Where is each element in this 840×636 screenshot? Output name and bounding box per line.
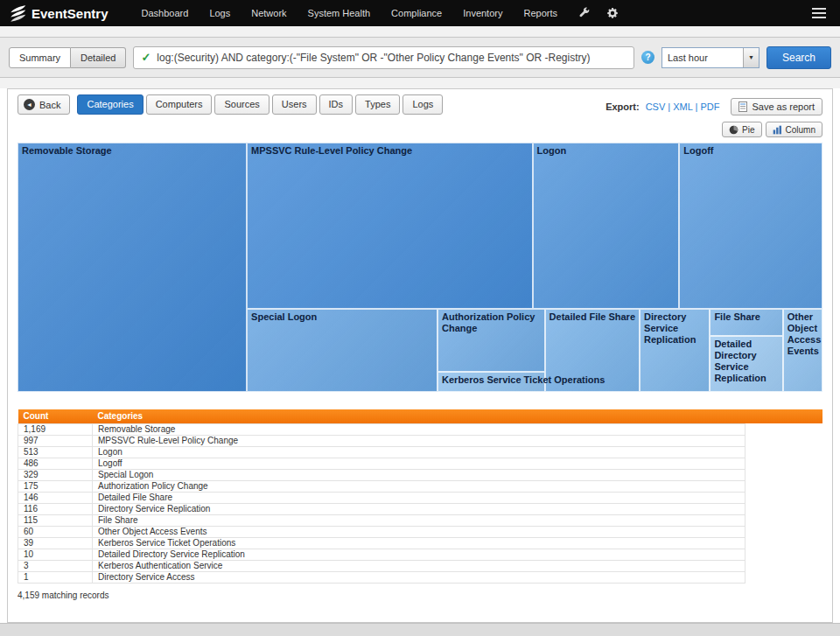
chart-type-buttons: Pie Column (18, 122, 822, 137)
tab-users[interactable]: Users (272, 94, 317, 115)
column-chart-button[interactable]: Column (766, 122, 822, 137)
cell-category: File Share (93, 514, 746, 526)
eventsentry-brand[interactable]: EventSentry (9, 4, 108, 23)
table-row[interactable]: 146Detailed File Share (18, 492, 822, 503)
treemap-tile-logoff[interactable]: Logoff (679, 143, 822, 309)
results-panel: ◄ Back CategoriesComputersSourcesUsersID… (7, 88, 833, 623)
cell-category: Authorization Policy Change (93, 480, 746, 492)
cell-category: Removable Storage (93, 423, 746, 435)
table-row[interactable]: 115File Share (18, 514, 822, 526)
save-as-report-label: Save as report (752, 101, 815, 112)
tab-computers[interactable]: Computers (146, 94, 213, 115)
tab-ids[interactable]: IDs (319, 94, 354, 115)
export-area: Export: CSV | XML | PDF Save as report (606, 98, 822, 115)
table-row[interactable]: 10Detailed Directory Service Replication (18, 549, 822, 560)
nav-item-dashboard[interactable]: Dashboard (131, 0, 200, 26)
export-links: CSV | XML | PDF (646, 101, 720, 112)
treemap-tile-removable-storage[interactable]: Removable Storage (18, 143, 247, 392)
treemap-tile-file-share[interactable]: File Share (710, 309, 782, 336)
treemap-tile-label: MPSSVC Rule-Level Policy Change (248, 143, 531, 158)
treemap-tile-label: Detailed File Share (546, 310, 639, 325)
treemap-tile-label: Authorization Policy Change (438, 310, 544, 336)
search-button[interactable]: Search (766, 46, 831, 69)
nav-item-logs[interactable]: Logs (199, 0, 241, 26)
menu-icon[interactable] (807, 4, 831, 22)
export-link-pdf[interactable]: PDF (700, 101, 719, 112)
search-query-input[interactable] (157, 52, 626, 64)
cell-empty (746, 469, 822, 480)
cell-empty (746, 571, 822, 583)
treemap-tile-directory-service-replication[interactable]: Directory Service Replication (640, 309, 710, 392)
cell-empty (746, 446, 822, 458)
cell-category: Detailed File Share (93, 492, 746, 503)
summary-button[interactable]: Summary (9, 47, 71, 68)
export-label: Export: (606, 101, 640, 112)
back-arrow-icon: ◄ (24, 99, 35, 110)
treemap-tile-special-logon[interactable]: Special Logon (247, 309, 438, 392)
time-range-value: Last hour (662, 52, 743, 63)
table-row[interactable]: 3Kerberos Authentication Service (18, 560, 822, 571)
tab-logs[interactable]: Logs (402, 94, 443, 115)
table-row[interactable]: 486Logoff (18, 458, 822, 469)
table-row[interactable]: 1,169Removable Storage (18, 423, 822, 435)
nav-item-reports[interactable]: Reports (513, 0, 568, 26)
treemap-tile-label: Special Logon (248, 310, 437, 325)
treemap-tile-kerberos-service-ticket-operations[interactable]: Kerberos Service Ticket Operations (438, 372, 545, 392)
nav-item-inventory[interactable]: Inventory (452, 0, 513, 26)
cell-empty (746, 503, 822, 514)
table-row[interactable]: 997MPSSVC Rule-Level Policy Change (18, 435, 822, 446)
table-row[interactable]: 329Special Logon (18, 469, 822, 480)
gear-icon[interactable] (606, 7, 619, 19)
header-count: Count (18, 409, 93, 423)
treemap-tile-label: Logoff (680, 143, 822, 158)
spacer-band-top (0, 26, 840, 37)
treemap-tile-label: Removable Storage (18, 143, 246, 158)
table-row[interactable]: 116Directory Service Replication (18, 503, 822, 514)
pie-chart-button[interactable]: Pie (722, 122, 761, 137)
export-link-separator: | (665, 101, 673, 112)
nav-item-system-health[interactable]: System Health (298, 0, 382, 26)
chevron-down-icon: ▼ (743, 48, 759, 67)
nav-item-compliance[interactable]: Compliance (381, 0, 452, 26)
table-row[interactable]: 39Kerberos Service Ticket Operations (18, 537, 822, 549)
cell-empty (746, 435, 822, 446)
treemap: Removable StorageMPSSVC Rule-Level Polic… (18, 143, 822, 392)
tab-types[interactable]: Types (355, 94, 400, 115)
cell-count: 1 (18, 571, 93, 583)
cell-empty (746, 480, 822, 492)
search-panel: Summary Detailed ✓ ? Last hour ▼ Search (0, 37, 840, 78)
tab-categories[interactable]: Categories (77, 94, 143, 115)
cell-category: Logoff (93, 458, 746, 469)
cell-category: Kerberos Authentication Service (93, 560, 746, 571)
help-icon[interactable]: ? (641, 51, 654, 64)
view-tabs: CategoriesComputersSourcesUsersIDsTypesL… (77, 94, 443, 115)
cell-count: 997 (18, 435, 93, 446)
tab-sources[interactable]: Sources (214, 94, 269, 115)
table-row[interactable]: 513Logon (18, 446, 822, 458)
header-empty (746, 409, 822, 423)
table-row[interactable]: 60Other Object Access Events (18, 526, 822, 537)
table-row[interactable]: 175Authorization Policy Change (18, 480, 822, 492)
export-link-xml[interactable]: XML (673, 101, 692, 112)
treemap-tile-authorization-policy-change[interactable]: Authorization Policy Change (438, 309, 545, 372)
pie-chart-icon (729, 125, 738, 135)
cell-count: 10 (18, 549, 93, 560)
treemap-tile-label: File Share (710, 310, 781, 325)
cell-count: 1,169 (18, 423, 93, 435)
cell-empty (746, 560, 822, 571)
treemap-tile-mpssvc-rule-level-policy-change[interactable]: MPSSVC Rule-Level Policy Change (247, 143, 532, 309)
treemap-tile-logon[interactable]: Logon (533, 143, 680, 309)
table-row[interactable]: 1Directory Service Access (18, 571, 822, 583)
treemap-tile-other-object-access-events[interactable]: Other Object Access Events (783, 309, 822, 392)
detailed-button[interactable]: Detailed (71, 47, 126, 68)
back-button[interactable]: ◄ Back (18, 94, 70, 115)
brand-name: EventSentry (32, 6, 108, 21)
save-as-report-button[interactable]: Save as report (731, 98, 822, 115)
cell-empty (746, 537, 822, 549)
nav-item-network[interactable]: Network (241, 0, 297, 26)
time-range-select[interactable]: Last hour ▼ (662, 47, 760, 68)
treemap-tile-detailed-directory-service-replication[interactable]: Detailed Directory Service Replication (710, 336, 782, 392)
bottom-strip (0, 623, 840, 636)
export-link-csv[interactable]: CSV (646, 101, 666, 112)
wrench-icon[interactable] (578, 7, 591, 19)
